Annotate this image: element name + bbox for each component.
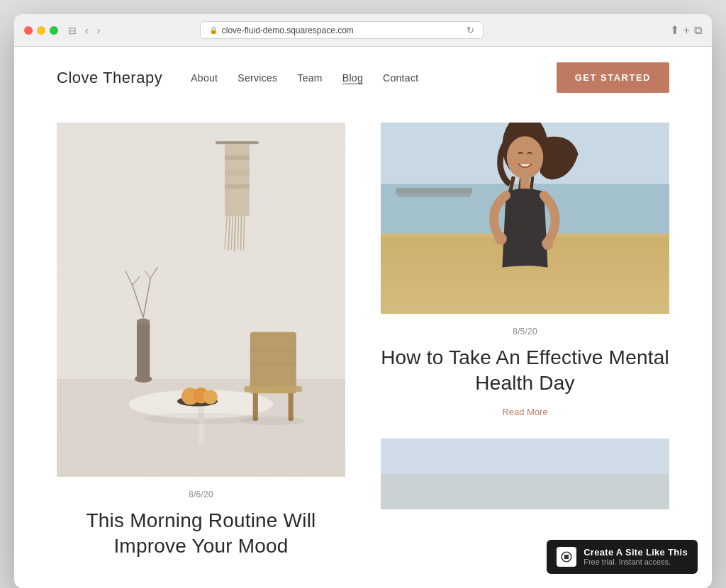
svg-rect-0 <box>57 123 345 477</box>
blog-card-2-date: 8/5/20 <box>381 327 669 337</box>
nav-team[interactable]: Team <box>297 72 322 84</box>
svg-point-26 <box>182 388 199 405</box>
svg-rect-24 <box>198 405 203 444</box>
address-bar[interactable]: 🔒 clove-fluid-demo.squarespace.com ↻ <box>200 21 484 39</box>
svg-point-16 <box>137 318 150 324</box>
svg-rect-6 <box>225 184 250 188</box>
svg-rect-1 <box>57 379 345 477</box>
svg-rect-41 <box>398 194 471 197</box>
svg-rect-40 <box>396 188 471 194</box>
browser-chrome: ⊟ ‹ › 🔒 clove-fluid-demo.squarespace.com… <box>14 14 712 47</box>
tabs-button[interactable]: ⧉ <box>694 23 702 37</box>
svg-rect-3 <box>225 144 250 216</box>
svg-line-10 <box>234 216 235 251</box>
svg-point-47 <box>495 232 507 244</box>
svg-rect-15 <box>137 322 150 379</box>
blog-card-1: 8/6/20 This Morning Routine WillImprove … <box>57 123 345 560</box>
blog-grid: 8/6/20 This Morning Routine WillImprove … <box>14 108 712 588</box>
svg-line-19 <box>125 271 133 285</box>
get-started-button[interactable]: GET STARTED <box>557 62 669 93</box>
svg-rect-30 <box>250 332 296 388</box>
sidebar-toggle-button[interactable]: ⊟ <box>65 23 79 38</box>
svg-point-36 <box>240 417 306 425</box>
svg-rect-4 <box>225 156 250 160</box>
svg-line-9 <box>231 216 233 250</box>
blog-card-2-image[interactable] <box>381 123 669 314</box>
nav-links: About Services Team Blog Contact <box>191 72 418 84</box>
blog-card-2: 8/5/20 How to Take An Effective Mental H… <box>381 123 669 560</box>
traffic-lights <box>24 26 58 35</box>
site-nav: Clove Therapy About Services Team Blog <box>14 47 712 108</box>
sq-badge-subtitle: Free trial. Instant access. <box>583 558 688 566</box>
squarespace-badge[interactable]: Create A Site Like This Free trial. Inst… <box>547 540 698 574</box>
lock-icon: 🔒 <box>209 26 218 34</box>
svg-rect-34 <box>289 392 294 421</box>
svg-line-11 <box>238 216 238 249</box>
browser-actions: ⬆ + ⧉ <box>670 23 702 37</box>
svg-rect-33 <box>253 392 258 421</box>
site-content: Clove Therapy About Services Team Blog <box>14 47 712 588</box>
svg-point-14 <box>135 375 152 383</box>
svg-line-7 <box>225 216 227 249</box>
squarespace-icon <box>557 547 576 567</box>
blog-card-2-title[interactable]: How to Take An Effective Mental Health D… <box>381 345 669 397</box>
svg-point-28 <box>203 390 218 404</box>
sq-badge-text: Create A Site Like This Free trial. Inst… <box>583 547 688 566</box>
svg-point-27 <box>193 388 208 403</box>
svg-point-23 <box>129 390 274 419</box>
browser-nav-controls: ⊟ ‹ › <box>65 23 103 38</box>
svg-line-20 <box>133 276 140 285</box>
svg-line-13 <box>244 216 245 250</box>
blog-card-2-read-more[interactable]: Read More <box>381 407 669 417</box>
share-button[interactable]: ⬆ <box>670 23 679 37</box>
new-tab-button[interactable]: + <box>683 23 690 37</box>
url-text: clove-fluid-demo.squarespace.com <box>222 26 354 35</box>
svg-rect-5 <box>225 170 250 176</box>
nav-services[interactable]: Services <box>238 72 277 84</box>
sq-badge-title: Create A Site Like This <box>583 547 688 558</box>
blog-card-1-image[interactable] <box>57 123 345 477</box>
svg-rect-50 <box>381 474 669 509</box>
minimize-button[interactable] <box>37 26 45 35</box>
maximize-button[interactable] <box>50 26 58 35</box>
blog-card-1-image-inner <box>57 123 345 477</box>
svg-point-37 <box>143 413 259 424</box>
svg-point-45 <box>507 136 543 179</box>
site-logo[interactable]: Clove Therapy <box>57 69 162 87</box>
svg-line-22 <box>145 271 150 278</box>
svg-line-17 <box>133 285 143 318</box>
svg-line-21 <box>150 267 157 278</box>
close-button[interactable] <box>24 26 33 35</box>
blog-card-1-title[interactable]: This Morning Routine WillImprove Your Mo… <box>57 508 345 560</box>
forward-button[interactable]: › <box>94 23 104 38</box>
svg-rect-29 <box>245 386 302 392</box>
back-button[interactable]: ‹ <box>82 23 91 38</box>
svg-rect-2 <box>216 141 259 144</box>
blog-card-1-date: 8/6/20 <box>57 490 345 499</box>
svg-line-8 <box>228 216 230 251</box>
svg-point-25 <box>177 396 218 406</box>
svg-rect-35 <box>250 386 296 393</box>
svg-line-18 <box>143 278 150 317</box>
nav-blog[interactable]: Blog <box>342 72 363 84</box>
blog-card-3-image[interactable] <box>381 439 669 509</box>
svg-line-12 <box>240 216 241 251</box>
reload-button[interactable]: ↻ <box>467 25 474 35</box>
nav-about[interactable]: About <box>191 72 218 84</box>
nav-contact[interactable]: Contact <box>383 72 418 84</box>
blog-card-2-image-inner <box>381 123 669 314</box>
svg-point-48 <box>542 239 553 250</box>
